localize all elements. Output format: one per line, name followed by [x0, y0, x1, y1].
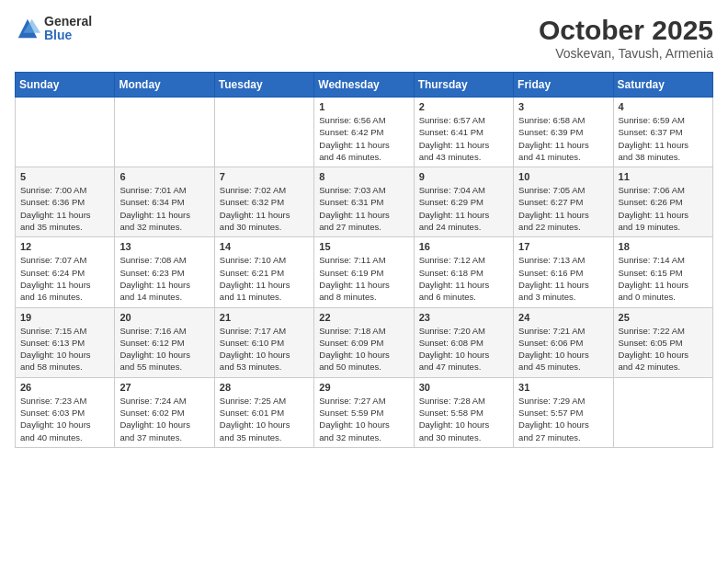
logo-blue-text: Blue: [44, 29, 92, 42]
day-number: 29: [319, 382, 408, 393]
day-number: 14: [220, 241, 309, 252]
day-number: 13: [119, 241, 209, 252]
day-number: 2: [419, 101, 508, 112]
calendar-cell: 13Sunrise: 7:08 AM Sunset: 6:23 PM Dayli…: [115, 237, 214, 307]
calendar-cell: 25Sunrise: 7:22 AM Sunset: 6:05 PM Dayli…: [613, 307, 712, 377]
weekday-header-monday: Monday: [115, 73, 214, 98]
day-number: 20: [119, 312, 209, 323]
calendar-cell: 15Sunrise: 7:11 AM Sunset: 6:19 PM Dayli…: [314, 237, 414, 307]
calendar-cell: 21Sunrise: 7:17 AM Sunset: 6:10 PM Dayli…: [214, 307, 313, 377]
calendar-cell: 18Sunrise: 7:14 AM Sunset: 6:15 PM Dayli…: [613, 237, 712, 307]
day-number: 19: [20, 312, 109, 323]
day-info: Sunrise: 7:28 AM Sunset: 5:58 PM Dayligh…: [419, 395, 508, 443]
calendar-cell: 5Sunrise: 7:00 AM Sunset: 6:36 PM Daylig…: [16, 167, 115, 237]
calendar-cell: 14Sunrise: 7:10 AM Sunset: 6:21 PM Dayli…: [214, 237, 313, 307]
day-number: 16: [419, 241, 508, 252]
calendar-cell: 23Sunrise: 7:20 AM Sunset: 6:08 PM Dayli…: [414, 307, 513, 377]
calendar-cell: 2Sunrise: 6:57 AM Sunset: 6:41 PM Daylig…: [414, 98, 513, 167]
day-info: Sunrise: 7:15 AM Sunset: 6:13 PM Dayligh…: [20, 325, 109, 373]
day-info: Sunrise: 7:21 AM Sunset: 6:06 PM Dayligh…: [518, 325, 608, 373]
day-number: 23: [419, 312, 508, 323]
calendar-cell: 29Sunrise: 7:27 AM Sunset: 5:59 PM Dayli…: [314, 377, 414, 447]
calendar-subtitle: Voskevan, Tavush, Armenia: [539, 46, 713, 61]
weekday-header-sunday: Sunday: [16, 73, 115, 98]
day-number: 17: [518, 241, 608, 252]
day-info: Sunrise: 6:57 AM Sunset: 6:41 PM Dayligh…: [419, 114, 508, 163]
calendar-cell: 1Sunrise: 6:56 AM Sunset: 6:42 PM Daylig…: [314, 98, 414, 167]
day-info: Sunrise: 7:13 AM Sunset: 6:16 PM Dayligh…: [518, 254, 608, 303]
day-number: 28: [220, 382, 309, 393]
day-number: 5: [20, 171, 109, 182]
day-info: Sunrise: 7:03 AM Sunset: 6:31 PM Dayligh…: [319, 184, 408, 233]
day-info: Sunrise: 6:56 AM Sunset: 6:42 PM Dayligh…: [319, 114, 408, 163]
logo-icon: [15, 16, 40, 41]
calendar-cell: 16Sunrise: 7:12 AM Sunset: 6:18 PM Dayli…: [414, 237, 513, 307]
day-info: Sunrise: 7:17 AM Sunset: 6:10 PM Dayligh…: [220, 325, 309, 373]
day-number: 1: [319, 101, 408, 112]
calendar-week-1: 1Sunrise: 6:56 AM Sunset: 6:42 PM Daylig…: [16, 98, 713, 167]
page-header: General Blue October 2025 Voskevan, Tavu…: [15, 15, 713, 61]
day-info: Sunrise: 7:01 AM Sunset: 6:34 PM Dayligh…: [119, 184, 209, 233]
calendar-cell: [214, 98, 313, 167]
calendar-cell: 7Sunrise: 7:02 AM Sunset: 6:32 PM Daylig…: [214, 167, 313, 237]
calendar-week-3: 12Sunrise: 7:07 AM Sunset: 6:24 PM Dayli…: [16, 237, 713, 307]
weekday-header-tuesday: Tuesday: [214, 73, 313, 98]
day-info: Sunrise: 7:16 AM Sunset: 6:12 PM Dayligh…: [119, 325, 209, 373]
calendar-cell: 27Sunrise: 7:24 AM Sunset: 6:02 PM Dayli…: [115, 377, 214, 447]
day-info: Sunrise: 7:18 AM Sunset: 6:09 PM Dayligh…: [319, 325, 408, 373]
weekday-header-friday: Friday: [514, 73, 613, 98]
day-number: 8: [319, 171, 408, 182]
day-number: 24: [518, 312, 608, 323]
calendar-header: SundayMondayTuesdayWednesdayThursdayFrid…: [16, 73, 713, 98]
day-info: Sunrise: 6:58 AM Sunset: 6:39 PM Dayligh…: [518, 114, 608, 163]
day-info: Sunrise: 7:11 AM Sunset: 6:19 PM Dayligh…: [319, 254, 408, 303]
calendar-week-2: 5Sunrise: 7:00 AM Sunset: 6:36 PM Daylig…: [16, 167, 713, 237]
day-info: Sunrise: 7:14 AM Sunset: 6:15 PM Dayligh…: [619, 254, 708, 303]
day-info: Sunrise: 7:05 AM Sunset: 6:27 PM Dayligh…: [518, 184, 608, 233]
day-info: Sunrise: 7:07 AM Sunset: 6:24 PM Dayligh…: [20, 254, 109, 303]
day-number: 31: [518, 382, 608, 393]
day-number: 22: [319, 312, 408, 323]
calendar-cell: 17Sunrise: 7:13 AM Sunset: 6:16 PM Dayli…: [514, 237, 613, 307]
day-number: 27: [119, 382, 209, 393]
calendar-cell: 24Sunrise: 7:21 AM Sunset: 6:06 PM Dayli…: [514, 307, 613, 377]
calendar-cell: 30Sunrise: 7:28 AM Sunset: 5:58 PM Dayli…: [414, 377, 513, 447]
day-info: Sunrise: 7:00 AM Sunset: 6:36 PM Dayligh…: [20, 184, 109, 233]
day-info: Sunrise: 7:04 AM Sunset: 6:29 PM Dayligh…: [419, 184, 508, 233]
calendar-cell: 4Sunrise: 6:59 AM Sunset: 6:37 PM Daylig…: [613, 98, 712, 167]
calendar-cell: 12Sunrise: 7:07 AM Sunset: 6:24 PM Dayli…: [16, 237, 115, 307]
weekday-header-thursday: Thursday: [414, 73, 513, 98]
calendar-cell: 11Sunrise: 7:06 AM Sunset: 6:26 PM Dayli…: [613, 167, 712, 237]
day-number: 30: [419, 382, 508, 393]
day-number: 4: [619, 101, 708, 112]
calendar-week-4: 19Sunrise: 7:15 AM Sunset: 6:13 PM Dayli…: [16, 307, 713, 377]
day-number: 12: [20, 241, 109, 252]
day-number: 7: [220, 171, 309, 182]
day-number: 10: [518, 171, 608, 182]
calendar-table: SundayMondayTuesdayWednesdayThursdayFrid…: [15, 72, 713, 448]
day-info: Sunrise: 6:59 AM Sunset: 6:37 PM Dayligh…: [619, 114, 708, 163]
day-number: 26: [20, 382, 109, 393]
logo-general-text: General: [44, 15, 92, 29]
calendar-cell: 31Sunrise: 7:29 AM Sunset: 5:57 PM Dayli…: [514, 377, 613, 447]
calendar-cell: 8Sunrise: 7:03 AM Sunset: 6:31 PM Daylig…: [314, 167, 414, 237]
title-block: October 2025 Voskevan, Tavush, Armenia: [539, 15, 713, 61]
calendar-cell: 28Sunrise: 7:25 AM Sunset: 6:01 PM Dayli…: [214, 377, 313, 447]
day-number: 11: [619, 171, 708, 182]
weekday-header-saturday: Saturday: [613, 73, 712, 98]
calendar-cell: [115, 98, 214, 167]
weekday-header-row: SundayMondayTuesdayWednesdayThursdayFrid…: [16, 73, 713, 98]
calendar-cell: 9Sunrise: 7:04 AM Sunset: 6:29 PM Daylig…: [414, 167, 513, 237]
calendar-cell: 3Sunrise: 6:58 AM Sunset: 6:39 PM Daylig…: [514, 98, 613, 167]
calendar-cell: 19Sunrise: 7:15 AM Sunset: 6:13 PM Dayli…: [16, 307, 115, 377]
day-info: Sunrise: 7:29 AM Sunset: 5:57 PM Dayligh…: [518, 395, 608, 443]
calendar-cell: [16, 98, 115, 167]
calendar-cell: 26Sunrise: 7:23 AM Sunset: 6:03 PM Dayli…: [16, 377, 115, 447]
day-number: 6: [119, 171, 209, 182]
day-info: Sunrise: 7:27 AM Sunset: 5:59 PM Dayligh…: [319, 395, 408, 443]
day-number: 9: [419, 171, 508, 182]
calendar-week-5: 26Sunrise: 7:23 AM Sunset: 6:03 PM Dayli…: [16, 377, 713, 447]
day-info: Sunrise: 7:25 AM Sunset: 6:01 PM Dayligh…: [220, 395, 309, 443]
day-info: Sunrise: 7:12 AM Sunset: 6:18 PM Dayligh…: [419, 254, 508, 303]
calendar-cell: 22Sunrise: 7:18 AM Sunset: 6:09 PM Dayli…: [314, 307, 414, 377]
